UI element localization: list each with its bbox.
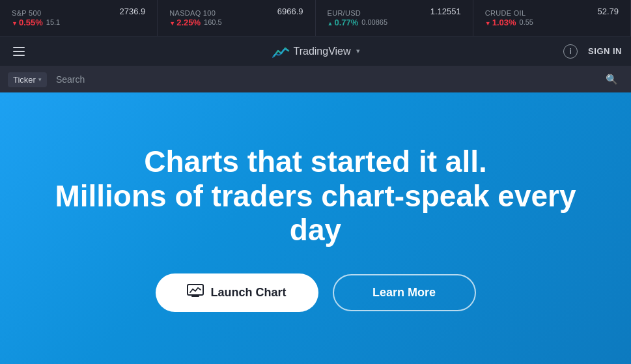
- hero-buttons: Launch Chart Learn More: [156, 273, 476, 312]
- nav-right: i SIGN IN: [563, 44, 622, 59]
- ticker-sub-nasdaq: 160.5: [204, 18, 222, 26]
- hero-title: Charts that started it all. Millions of …: [26, 145, 605, 248]
- ticker-change-nasdaq: 2.25%: [169, 18, 201, 27]
- tradingview-logo-icon: [271, 44, 289, 59]
- ticker-select-label: Ticker: [13, 75, 36, 85]
- learn-more-button[interactable]: Learn More: [333, 274, 476, 311]
- arrow-down-icon: [169, 18, 176, 27]
- search-icon: 🔍: [606, 74, 618, 85]
- ticker-item-nasdaq[interactable]: NASDAQ 100 2.25% 160.5 6966.9: [158, 0, 315, 36]
- chart-monitor-icon: [187, 284, 204, 301]
- ticker-sub-sp500: 15.1: [46, 18, 60, 26]
- ticker-item-crudeoil[interactable]: CRUDE OIL 1.03% 0.55 52.79: [473, 0, 631, 36]
- ticker-change-eurusd: 0.77%: [328, 18, 359, 27]
- hero-text: Charts that started it all. Millions of …: [26, 145, 605, 248]
- svg-rect-2: [13, 55, 25, 56]
- info-button[interactable]: i: [563, 44, 578, 59]
- hamburger-button[interactable]: [9, 43, 29, 60]
- ticker-price-nasdaq: 6966.9: [277, 7, 303, 16]
- logo-area[interactable]: TradingView ▾: [271, 44, 359, 59]
- ticker-item-eurusd[interactable]: EUR/USD 0.77% 0.00865 1.12551: [316, 0, 473, 36]
- ticker-select[interactable]: Ticker ▾: [8, 72, 47, 87]
- svg-rect-1: [13, 51, 25, 52]
- launch-chart-button[interactable]: Launch Chart: [156, 273, 318, 312]
- sign-in-button[interactable]: SIGN IN: [588, 46, 622, 56]
- ticker-sub-eurusd: 0.00865: [361, 18, 387, 26]
- ticker-caret-icon: ▾: [38, 76, 42, 83]
- ticker-item-sp500[interactable]: S&P 500 0.55% 15.1 2736.9: [0, 0, 158, 36]
- ticker-price-eurusd: 1.12551: [430, 7, 461, 16]
- hero-section: Charts that started it all. Millions of …: [0, 92, 631, 364]
- ticker-price-crudeoil: 52.79: [597, 7, 619, 16]
- search-input[interactable]: [53, 72, 623, 87]
- ticker-price-sp500: 2736.9: [119, 7, 145, 16]
- ticker-sub-crudeoil: 0.55: [520, 18, 533, 26]
- ticker-bar: S&P 500 0.55% 15.1 2736.9 NASDAQ 100 2.2…: [0, 0, 631, 36]
- ticker-change-crudeoil: 1.03%: [485, 18, 516, 27]
- ticker-change-sp500: 0.55%: [12, 18, 43, 27]
- arrow-up-icon: [328, 18, 335, 27]
- logo-text: TradingView: [293, 46, 350, 57]
- search-input-wrapper: 🔍: [53, 72, 623, 87]
- logo-dropdown-arrow: ▾: [356, 47, 360, 55]
- arrow-down-icon: [485, 18, 492, 27]
- svg-rect-0: [13, 47, 25, 48]
- search-bar: Ticker ▾ 🔍: [0, 66, 631, 92]
- arrow-down-icon: [12, 18, 19, 27]
- navbar: TradingView ▾ i SIGN IN: [0, 36, 631, 66]
